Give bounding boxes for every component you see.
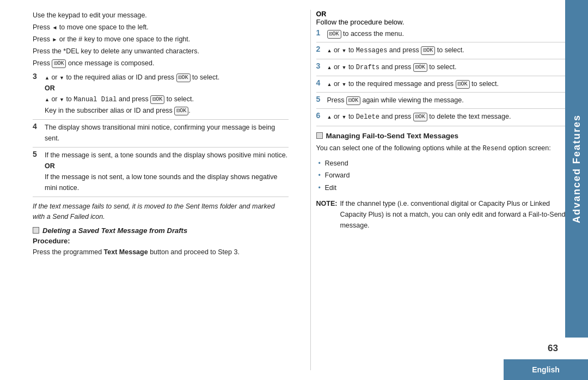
or-header: OR: [316, 10, 327, 18]
sidebar-label: Advanced Features: [565, 0, 588, 338]
bullet-forward: Forward: [325, 169, 572, 182]
intro-line-4: Press the *DEL key to delete any unwante…: [33, 46, 289, 57]
section-icon: [33, 227, 39, 234]
step-3-content: or to the required alias or ID and press…: [45, 72, 289, 116]
step-3-number: 3: [33, 72, 45, 81]
rcol-step-2: 2 or to Messages and press ⊡OK to select…: [316, 45, 572, 59]
step-4-content: The display shows transitional mini noti…: [45, 122, 289, 144]
step-5-content: If the message is sent, a tone sounds an…: [45, 150, 289, 193]
bullet-edit: Edit: [325, 182, 572, 194]
english-tab: English: [504, 359, 588, 380]
step-5-block: 5 If the message is sent, a tone sounds …: [33, 150, 289, 197]
rcol-content-1: ⊡OK to access the menu.: [327, 28, 404, 39]
page-number: 63: [548, 343, 558, 354]
rcol-num-6: 6: [316, 111, 327, 120]
rcol-content-4: or to the required message and press ⊡OK…: [327, 78, 499, 89]
rcol-content-2: or to Messages and press ⊡OK to select.: [327, 45, 464, 56]
rcol-num-1: 1: [316, 28, 327, 37]
deleting-section-header: Deleting a Saved Text Message from Draft…: [33, 226, 289, 235]
rcol-content-3: or to Drafts and press ⊡OK to select.: [327, 62, 457, 73]
step-5-number: 5: [33, 150, 45, 158]
rcol-num-2: 2: [316, 45, 327, 53]
intro-block: Use the keypad to edit your message. Pre…: [33, 10, 289, 69]
rcol-num-4: 4: [316, 78, 327, 87]
intro-line-3: Press ► or the # key to move one space t…: [33, 34, 289, 45]
note-block: NOTE: If the channel type (i.e. conventi…: [316, 198, 572, 231]
procedure-label: Procedure:: [33, 237, 289, 245]
rcol-content-6: or to Delete and press ⊡OK to delete the…: [327, 111, 511, 122]
managing-intro: You can select one of the following opti…: [316, 143, 572, 154]
bullet-list: Resend Forward Edit: [325, 157, 572, 194]
rcol-step-4: 4 or to the required message and press ⊡…: [316, 78, 572, 93]
note-label: NOTE:: [316, 198, 338, 209]
follow-text: Follow the procedure below.: [316, 18, 405, 26]
italic-note: If the text message fails to send, it is…: [33, 201, 289, 222]
managing-section: Managing Fail-to-Send Text Messages You …: [316, 132, 572, 231]
note-text: If the channel type (i.e. conventional d…: [340, 198, 572, 231]
intro-line-1: Use the keypad to edit your message.: [33, 10, 289, 21]
sidebar-text: Advanced Features: [571, 114, 583, 223]
rcol-num-5: 5: [316, 95, 327, 103]
deleting-section-title: Deleting a Saved Text Message from Draft…: [42, 226, 187, 235]
rcol-num-3: 3: [316, 62, 327, 70]
procedure-text: Press the programmed Text Message button…: [33, 247, 289, 258]
or-label-2: OR: [45, 162, 55, 170]
step-4-block: 4 The display shows transitional mini no…: [33, 122, 289, 148]
rcol-step-3: 3 or to Drafts and press ⊡OK to select.: [316, 62, 572, 76]
step-4-number: 4: [33, 122, 45, 131]
bottom-bar: English: [0, 359, 588, 380]
step-3-block: 3 or to the required alias or ID and pre…: [33, 72, 289, 120]
or-label-1: OR: [45, 84, 55, 92]
right-column: OR Follow the procedure below. 1 ⊡OK to …: [310, 10, 572, 370]
managing-title: Managing Fail-to-Send Text Messages: [316, 132, 572, 140]
intro-line-5: Press ⊡OK once message is composed.: [33, 58, 289, 69]
intro-line-2: Press ◄ to move one space to the left.: [33, 22, 289, 33]
left-column: Use the keypad to edit your message. Pre…: [33, 10, 294, 370]
rcol-step-6: 6 or to Delete and press ⊡OK to delete t…: [316, 111, 572, 126]
rcol-step-5: 5 Press ⊡OK again while viewing the mess…: [316, 95, 572, 109]
rcol-content-5: Press ⊡OK again while viewing the messag…: [327, 95, 464, 106]
rcol-step-1: 1 ⊡OK to access the menu.: [316, 28, 572, 42]
bullet-resend: Resend: [325, 157, 572, 170]
managing-icon: [316, 132, 323, 139]
